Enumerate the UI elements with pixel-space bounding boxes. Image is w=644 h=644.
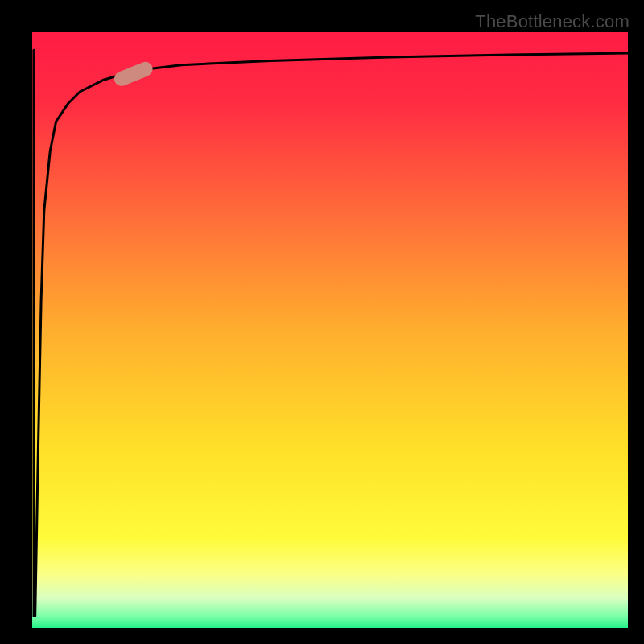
svg-rect-1 <box>112 60 155 88</box>
curve-main <box>35 53 628 616</box>
chart-stage: TheBottleneck.com <box>0 0 644 644</box>
curve-layer <box>32 32 628 628</box>
watermark-text: TheBottleneck.com <box>475 11 630 32</box>
marker-pill <box>112 60 155 88</box>
plot-area <box>32 32 628 628</box>
